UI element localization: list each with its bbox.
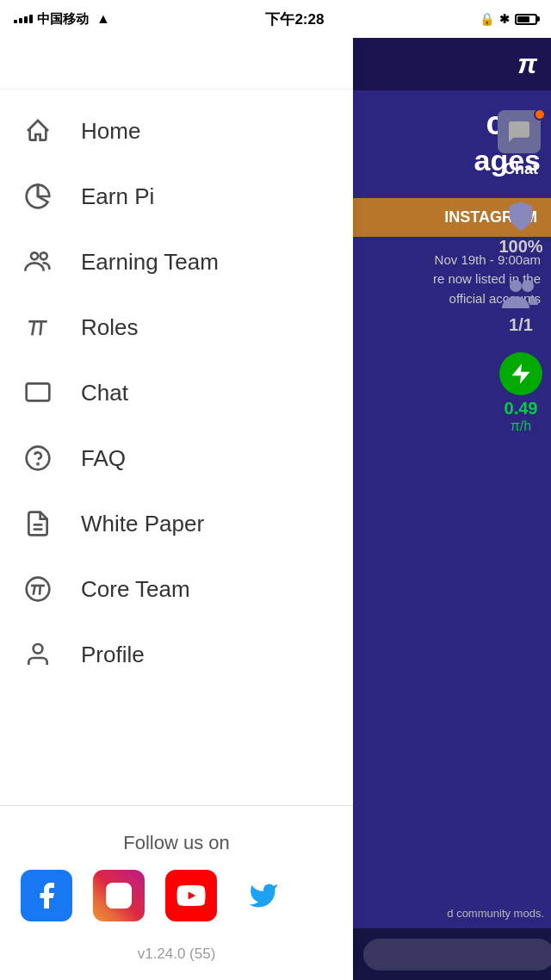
svg-point-9 [27, 578, 50, 601]
message-input[interactable] [363, 939, 551, 971]
sidebar-item-label: White Paper [81, 511, 204, 537]
sidebar-item-label: Earning Team [81, 249, 219, 276]
svg-point-1 [40, 252, 47, 259]
status-bar: 中国移动 ▲ 下午2:28 🔒 ✱ [0, 0, 551, 38]
follow-section: Follow us on [0, 811, 353, 935]
drawer-divider [0, 805, 353, 806]
version-label: v1.24.0 (55) [0, 935, 353, 980]
status-time: 下午2:28 [265, 9, 324, 29]
bottom-text: d community mods. [447, 907, 544, 920]
youtube-button[interactable] [165, 870, 217, 921]
mining-area[interactable]: 0.49 π/h [499, 345, 542, 441]
notification-dot [534, 109, 546, 121]
bottom-input-area [353, 928, 551, 980]
main-layout: Home Earn Pi Earning Team [0, 38, 551, 980]
chat-label: Chat [504, 160, 538, 178]
mining-rate: 0.49 [505, 399, 538, 419]
question-circle-icon [21, 441, 55, 475]
status-right: 🔒 ✱ [480, 12, 537, 26]
pi-logo: π [517, 48, 537, 80]
pi-circle-icon [21, 572, 55, 606]
sidebar-item-label: Chat [81, 380, 128, 406]
carrier-label: 中国移动 [37, 11, 89, 28]
team-count: 1/1 [509, 315, 533, 335]
svg-line-3 [32, 321, 34, 335]
security-area[interactable]: 100% [498, 189, 542, 264]
social-icons [21, 870, 332, 921]
team-icon [21, 245, 55, 279]
security-percent: 100% [498, 237, 542, 257]
drawer-header [0, 38, 353, 90]
sidebar-item-label: Home [81, 118, 140, 145]
sidebar-item-earning-team[interactable]: Earning Team [0, 229, 353, 295]
right-panel: π Chat 100% [353, 38, 551, 980]
follow-title: Follow us on [21, 832, 332, 854]
chat-button[interactable]: Chat [498, 96, 544, 185]
svg-point-16 [510, 280, 522, 292]
sidebar-item-label: Roles [81, 314, 138, 341]
team-area[interactable]: 1/1 [500, 267, 542, 342]
person-icon [21, 637, 55, 672]
facebook-button[interactable] [21, 870, 72, 921]
team-members-icon [500, 274, 542, 315]
pie-chart-icon [21, 179, 55, 214]
sidebar-item-chat[interactable]: Chat [0, 360, 353, 425]
svg-marker-18 [512, 363, 530, 383]
home-icon [21, 114, 55, 148]
sidebar-item-faq[interactable]: FAQ [0, 425, 353, 491]
svg-rect-4 [27, 383, 50, 400]
bluetooth-icon: ✱ [499, 12, 510, 26]
app-header: π [353, 38, 551, 90]
wifi-icon: ▲ [96, 11, 110, 27]
sidebar-item-label: Core Team [81, 576, 190, 603]
mining-unit: π/h [511, 419, 531, 434]
document-icon [21, 506, 55, 541]
twitter-button[interactable] [238, 870, 289, 921]
svg-point-12 [34, 644, 43, 654]
instagram-button[interactable] [93, 870, 145, 921]
svg-point-6 [37, 463, 38, 464]
sidebar-item-label: Earn Pi [81, 183, 154, 210]
chat-icon [21, 375, 55, 410]
sidebar-item-white-paper[interactable]: White Paper [0, 491, 353, 556]
pi-symbol-icon [21, 310, 55, 344]
battery-icon [515, 14, 537, 25]
sidebar-item-profile[interactable]: Profile [0, 622, 353, 687]
sidebar-item-label: Profile [81, 642, 145, 668]
lightning-icon [499, 352, 542, 395]
sidebar-item-label: FAQ [81, 445, 126, 472]
navigation-drawer: Home Earn Pi Earning Team [0, 38, 353, 980]
sidebar-item-core-team[interactable]: Core Team [0, 556, 353, 622]
sidebar-item-home[interactable]: Home [0, 98, 353, 164]
svg-point-0 [31, 252, 38, 259]
sidebar-item-earn-pi[interactable]: Earn Pi [0, 164, 353, 229]
right-sidebar: Chat 100% 1/1 0.49 [491, 90, 551, 448]
signal-icon [14, 15, 33, 23]
menu-list: Home Earn Pi Earning Team [0, 90, 353, 800]
status-left: 中国移动 ▲ [14, 11, 110, 28]
shield-icon [500, 195, 542, 237]
svg-point-17 [522, 280, 534, 292]
lock-icon: 🔒 [480, 12, 494, 26]
sidebar-item-roles[interactable]: Roles [0, 295, 353, 360]
svg-line-11 [34, 586, 35, 595]
